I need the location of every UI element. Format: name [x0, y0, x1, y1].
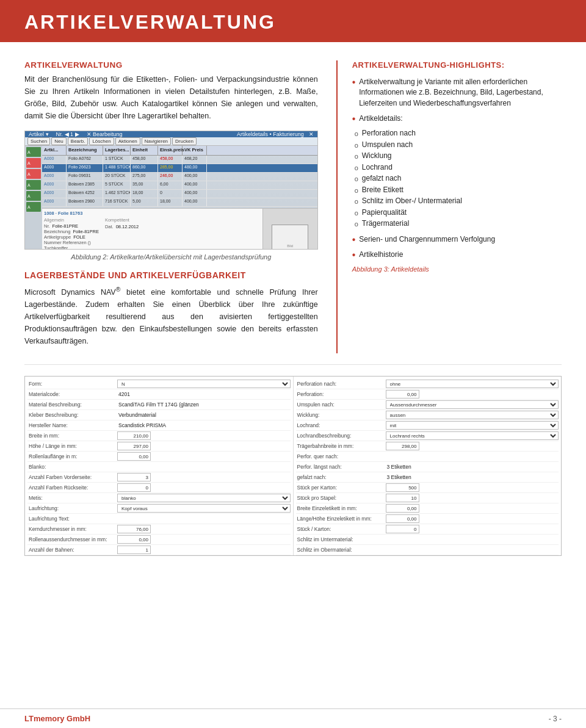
bss-input-kernd[interactable]	[117, 525, 151, 533]
bss-label-wicklung: Wicklung:	[296, 411, 385, 419]
bss-input-lochrandbeschreibung[interactable]: Lochrand rechts	[386, 431, 559, 440]
sub-bullet-schlitz: o Schlitz im Ober-/ Untermaterial	[355, 195, 462, 207]
bss-label-rollend: Rollenaussendurchmesser in mm:	[27, 536, 116, 543]
bss-row-breite-einzel: Breite Einzeletikett in mm:	[296, 503, 559, 514]
bss-input-farben-vs[interactable]	[117, 473, 151, 481]
bss-label-laenge-einzel: Länge/Höhe Einzeletikett in mm:	[296, 515, 385, 522]
bss-row-materialbeschreibung: Material Beschreibung: ScandiTAG Film TT…	[27, 400, 291, 410]
bss-row-traegerbreite: Trägerbahnbreite in mm:	[296, 441, 559, 452]
sub-bullet-wicklung: o Wicklung	[355, 150, 462, 162]
bss-row-rollenlauf: Rollenlauflänge in m:	[27, 452, 291, 462]
sub-bullet-label-schlitz: Schlitz im Ober-/ Untermaterial	[362, 195, 462, 206]
bss-label-stueck-karton2: Stück / Karton:	[296, 525, 385, 533]
bss-label-materialcode: Materialcode:	[27, 391, 116, 398]
bullet-text-4: Artikelhistorie	[359, 250, 403, 260]
bss-input-umspulen[interactable]: Aussensdurchmesser	[386, 400, 559, 409]
bss-input-breite-einzel[interactable]	[386, 504, 419, 513]
bss-value-perfor-laengst: 3 Etiketten	[386, 463, 559, 470]
bss-label-breite: Breite in mm:	[27, 432, 116, 439]
bss-label-perforation: Perforation:	[296, 391, 385, 398]
bss-row-bahnen: Anzahl der Bahnen:	[27, 545, 291, 555]
bullet-text-2: Artikeldetails:	[359, 114, 402, 124]
bss-label-kernd: Kerndurchmesser in mm:	[27, 525, 116, 533]
bss-row-etiketten-rolle: Etiketten pro Rolle:	[27, 555, 291, 556]
screenshot-artikeldetails: Form: N Materialcode: 4201 Material Besc…	[24, 376, 562, 556]
bss-input-laufrichtung[interactable]: Kopf voraus	[117, 504, 291, 513]
bottom-right-panel: Perforation nach: ohne Perforation: Umsp…	[294, 377, 562, 555]
bss-row-schlitz-ober: Schlitz im Obermaterial:	[296, 545, 559, 555]
bss-input-laenge-einzel[interactable]	[386, 514, 419, 523]
sub-bullet-label-umspulen: Umspulen nach	[362, 139, 413, 150]
bss-input-stueck-stapel[interactable]	[386, 494, 419, 502]
bss-input-bahnen[interactable]	[117, 546, 151, 554]
bss-row-lochrand: Lochrand: mit	[296, 420, 559, 431]
bss-row-kernd: Kerndurchmesser in mm:	[27, 524, 291, 535]
bss-label-gefalzt: gefalzt nach:	[296, 474, 385, 481]
bss-value-hersteller: Scandistick PRISMA	[117, 422, 291, 429]
sub-bullet-perforation: o Perforation nach	[355, 128, 462, 139]
bss-input-perforation[interactable]	[386, 390, 419, 398]
bss-label-blanko: Blanko:	[27, 463, 116, 470]
bullet-dot-4: •	[352, 250, 356, 260]
sub-bullet-label-papier: Papierqualität	[362, 207, 407, 218]
lager-title: LAGERBESTÄNDE UND ARTIKELVERFÜGBARKEIT	[24, 270, 318, 280]
sub-bullet-umspulen: o Umspulen nach	[355, 139, 462, 151]
bss-label-lochrand: Lochrand:	[296, 422, 385, 429]
bss-value-gefalzt: 3 Etiketten	[386, 474, 559, 481]
bss-input-wicklung[interactable]: aussen	[386, 411, 559, 419]
bss-input-lochrand[interactable]: mit	[386, 421, 559, 430]
bss-row-stueck-stapel: Stück pro Stapel:	[296, 493, 559, 503]
highlights-title: ARTIKELVERWALTUNG-HIGHLIGHTS:	[352, 60, 562, 71]
bss-row-laufrichtung-text: Laufrichtung Text:	[27, 514, 291, 524]
bss-input-form[interactable]: N	[117, 380, 291, 388]
sub-bullet-label-gefalzt: gefalzt nach	[362, 173, 402, 184]
bss-value-materialcode: 4201	[117, 391, 291, 398]
bss-row-form: Form: N	[27, 379, 291, 389]
sub-bullet-label-wicklung: Wicklung	[362, 150, 392, 161]
bss-row-blanko: Blanko:	[27, 462, 291, 472]
sub-bullet-gefalzt: o gefalzt nach	[355, 173, 462, 184]
bss-row-lochrandbeschreibung: Lochrandbeschreibung: Lochrand rechts	[296, 431, 559, 441]
left-column: ARTIKELVERWALTUNG Mit der Branchenlösung…	[24, 60, 318, 353]
bullet-text-1: Artikelverwaltung je Variante mit allen …	[359, 77, 562, 109]
main-content: ARTIKELVERWALTUNG Mit der Branchenlösung…	[0, 42, 586, 359]
bss-input-rollenlauf[interactable]	[117, 452, 151, 461]
sub-bullet-label-perforation: Perforation nach	[362, 128, 416, 139]
bss-input-breite[interactable]	[117, 431, 151, 440]
bss-label-schlitz-unter: Schlitz im Untermaterial:	[296, 536, 385, 543]
screenshot-artikelkarte: Artikel ▾ Nr. ◀ 1 ▶ ✕ Bearbeitung Artike…	[24, 131, 318, 250]
sub-bullet-label-lochrand: Lochrand	[362, 162, 392, 173]
bss-input-stueck-karton[interactable]	[386, 483, 419, 492]
bss-label-lochrandbeschreibung: Lochrandbeschreibung:	[296, 432, 385, 439]
bss-label-laufrichtung: Laufrichtung:	[27, 505, 116, 512]
screenshot-caption: Abbildung 2: Artikelkarte/Artikelübersic…	[24, 253, 318, 261]
bullet-text-3: Serien- und Chargennummern Verfolgung	[359, 234, 495, 245]
bss-input-metis[interactable]: blanko	[117, 494, 291, 502]
bss-row-breite: Breite in mm:	[27, 431, 291, 441]
bss-input-hoehe[interactable]	[117, 442, 151, 450]
bss-input-stueck-karton2[interactable]	[386, 525, 419, 533]
bss-label-farben-rs: Anzahl Farben Rückseite:	[27, 484, 116, 491]
bss-label-farben-vs: Anzahl Farben Vorderseite:	[27, 474, 116, 481]
bss-label-rollenlauf: Rollenlauflänge in m:	[27, 453, 116, 460]
bss-row-perfor-quer: Perfor. quer nach:	[296, 452, 559, 462]
bss-input-perforation-nach[interactable]: ohne	[386, 380, 559, 388]
bss-label-umspulen: Umspulen nach:	[296, 401, 385, 408]
bullet-item-3: • Serien- und Chargennummern Verfolgung	[352, 234, 562, 245]
bss-row-gefalzt: gefalzt nach: 3 Etiketten	[296, 472, 559, 483]
bss-row-rollend: Rollenaussendurchmesser in mm:	[27, 535, 291, 545]
footer-company: LTmemory GmbH	[24, 714, 90, 723]
bss-input-traegerbreite[interactable]	[386, 442, 419, 450]
bss-label-traegerbreite: Trägerbahnbreite in mm:	[296, 442, 385, 450]
sub-bullet-lochrand: o Lochrand	[355, 162, 462, 173]
lager-para-1: Microsoft Dynamics NAV® bietet eine komf…	[24, 285, 318, 347]
bss-value-laufrichtung-text	[117, 518, 291, 519]
bss-input-farben-rs[interactable]	[117, 483, 151, 492]
bss-label-laufrichtung-text: Laufrichtung Text:	[27, 515, 116, 522]
divider	[24, 364, 562, 365]
bss-row-materialcode: Materialcode: 4201	[27, 389, 291, 400]
page-footer: LTmemory GmbH - 3 -	[0, 708, 586, 728]
page-header: ARTIKELVERWALTUNG	[0, 0, 586, 42]
bss-input-rollend[interactable]	[117, 535, 151, 544]
page-title: ARTIKELVERWALTUNG	[24, 11, 562, 34]
